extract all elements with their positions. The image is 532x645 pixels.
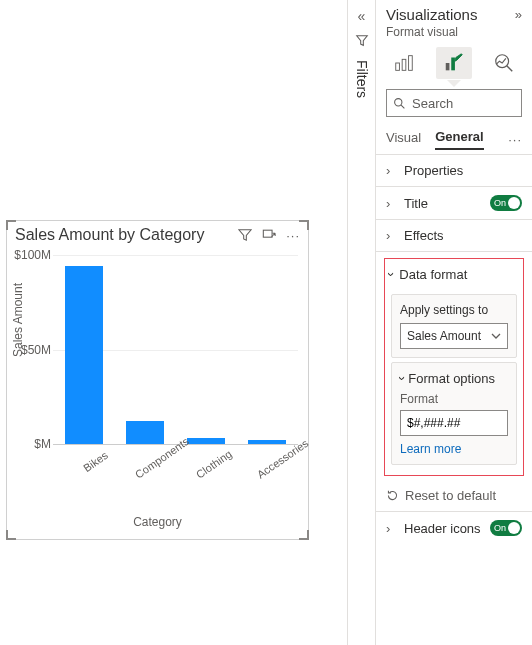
pane-title: Visualizations (386, 6, 515, 23)
learn-more-link[interactable]: Learn more (400, 442, 508, 456)
resize-handle-tr[interactable] (299, 220, 309, 230)
search-icon (393, 97, 406, 110)
x-tick: Components (133, 449, 171, 481)
svg-rect-1 (396, 63, 400, 70)
format-string-input[interactable] (400, 410, 508, 436)
build-visual-icon[interactable] (386, 47, 422, 79)
svg-rect-5 (451, 58, 455, 71)
visualizations-pane: Visualizations » Format visual Search Vi… (375, 0, 532, 645)
y-tick: $50M (13, 343, 51, 357)
filter-icon[interactable] (355, 34, 369, 48)
format-sections: › Properties › Title On › Effects › Data… (376, 154, 532, 544)
section-properties[interactable]: › Properties (376, 155, 532, 187)
svg-rect-0 (263, 230, 272, 237)
chevron-down-icon (491, 331, 501, 341)
chevron-right-icon: › (386, 521, 398, 536)
bar-group (53, 255, 298, 444)
chevron-down-icon: › (395, 376, 410, 380)
apply-settings-value: Sales Amount (407, 329, 481, 343)
title-toggle[interactable]: On (490, 195, 522, 211)
filters-label[interactable]: Filters (354, 58, 370, 98)
format-options-card: › Format options Format Learn more (391, 362, 517, 465)
section-data-format[interactable]: › Data format (385, 259, 523, 290)
x-tick: Accessories (255, 449, 293, 481)
tabs-more-icon[interactable]: ··· (508, 132, 522, 147)
x-axis-label: Category (7, 515, 308, 529)
section-effects[interactable]: › Effects (376, 220, 532, 252)
svg-rect-2 (402, 59, 406, 70)
expand-pane-icon[interactable]: » (515, 7, 522, 22)
y-tick: $100M (13, 248, 51, 262)
svg-point-6 (496, 55, 509, 68)
bar-accessories[interactable] (248, 440, 286, 444)
collapse-filters-icon[interactable]: « (358, 8, 366, 24)
svg-point-7 (395, 98, 402, 105)
reset-icon (386, 489, 399, 502)
x-tick-row: Bikes Components Clothing Accessories (53, 449, 298, 461)
section-header-icons[interactable]: › Header icons On (376, 512, 532, 544)
analytics-icon[interactable] (486, 47, 522, 79)
bar-components[interactable] (126, 421, 164, 444)
search-placeholder: Search (412, 96, 453, 111)
filters-pane-collapsed: « Filters (347, 0, 375, 645)
format-visual-icon[interactable] (436, 47, 472, 79)
plot-area: $100M $50M $M (53, 255, 298, 445)
focus-mode-icon[interactable] (262, 228, 276, 243)
chart-body: Sales Amount $100M $50M $M Bikes Compone… (7, 249, 308, 537)
chevron-down-icon: › (384, 272, 399, 276)
section-title[interactable]: › Title On (376, 187, 532, 220)
pane-subtitle: Format visual (376, 25, 532, 45)
tab-general[interactable]: General (435, 129, 483, 150)
y-tick: $M (13, 437, 51, 451)
svg-rect-4 (446, 63, 450, 70)
chevron-right-icon: › (386, 228, 398, 243)
x-tick: Bikes (71, 449, 109, 481)
chevron-right-icon: › (386, 196, 398, 211)
filter-icon[interactable] (238, 228, 252, 243)
section-data-format-highlight: › Data format Apply settings to Sales Am… (384, 258, 524, 476)
report-canvas[interactable]: Sales Amount by Category ··· Sales Amoun… (0, 0, 347, 645)
format-options-header[interactable]: › Format options (400, 371, 508, 386)
tab-visual[interactable]: Visual (386, 130, 421, 149)
apply-settings-select[interactable]: Sales Amount (400, 323, 508, 349)
chevron-right-icon: › (386, 163, 398, 178)
chart-title: Sales Amount by Category (15, 226, 238, 244)
column-chart-visual[interactable]: Sales Amount by Category ··· Sales Amoun… (6, 220, 309, 540)
svg-rect-3 (409, 56, 413, 71)
x-tick: Clothing (194, 449, 232, 481)
format-tabs: Visual General ··· (376, 123, 532, 150)
bar-bikes[interactable] (65, 266, 103, 444)
search-input[interactable]: Search (386, 89, 522, 117)
reset-to-default[interactable]: Reset to default (376, 480, 532, 512)
format-mode-row (376, 45, 532, 79)
bar-clothing[interactable] (187, 438, 225, 444)
resize-handle-tl[interactable] (6, 220, 16, 230)
format-field-label: Format (400, 392, 508, 406)
chart-header: Sales Amount by Category ··· (7, 221, 308, 249)
apply-settings-label: Apply settings to (400, 303, 508, 317)
more-options-icon[interactable]: ··· (286, 228, 300, 243)
header-icons-toggle[interactable]: On (490, 520, 522, 536)
apply-settings-card: Apply settings to Sales Amount (391, 294, 517, 358)
